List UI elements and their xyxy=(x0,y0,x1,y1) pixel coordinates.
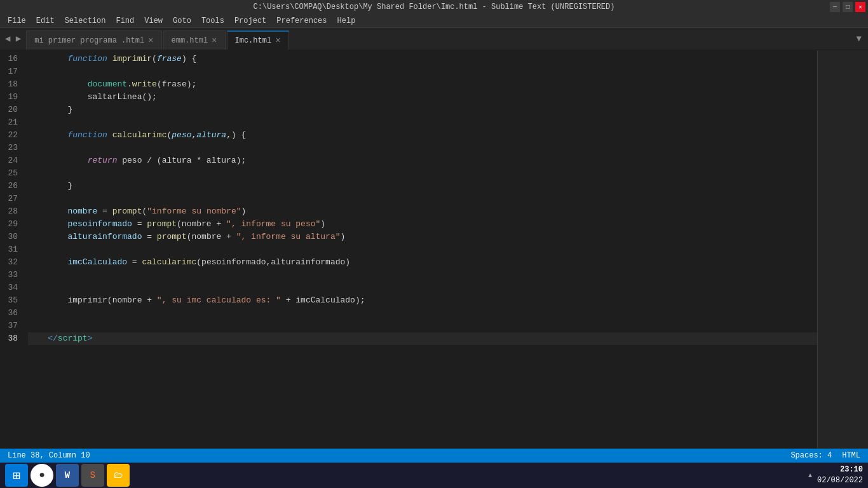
code-line-22: function calcularimc(peso,altura,) { xyxy=(28,129,817,142)
menu-item-selection[interactable]: Selection xyxy=(60,14,111,28)
title-bar: C:\Users\COMPAQ\Desktop\My Shared Folder… xyxy=(0,0,868,14)
token: = xyxy=(132,218,147,231)
code-line-38: </script> xyxy=(28,332,817,345)
code-line-27 xyxy=(28,193,817,205)
tab-2[interactable]: Imc.html× xyxy=(227,30,289,50)
token: function xyxy=(67,129,107,142)
token: ( xyxy=(142,205,147,218)
line-numbers: 1617181920212223242526272829303132333435… xyxy=(0,50,25,449)
line-number-22: 22 xyxy=(5,129,18,142)
token xyxy=(28,218,67,231)
menu-item-view[interactable]: View xyxy=(139,14,168,28)
menu-item-help[interactable]: Help xyxy=(332,14,361,28)
tab-scroll-right[interactable]: ▼ xyxy=(853,27,865,50)
token xyxy=(28,231,67,243)
line-number-18: 18 xyxy=(5,78,18,91)
code-line-32: imcCalculado = calcularimc(pesoinformado… xyxy=(28,256,817,269)
token xyxy=(28,154,88,167)
token: } xyxy=(28,180,72,193)
code-line-16: function imprimir(frase) { xyxy=(28,53,817,65)
token xyxy=(107,53,112,65)
token: . xyxy=(127,78,132,91)
line-number-21: 21 xyxy=(5,116,18,129)
menu-item-tools[interactable]: Tools xyxy=(196,14,229,28)
token: calcularimc xyxy=(112,129,167,142)
token: "informe su nombre" xyxy=(147,205,241,218)
line-number-33: 33 xyxy=(5,269,18,281)
menu-bar: FileEditSelectionFindViewGotoToolsProjec… xyxy=(0,14,868,28)
code-line-18: document.write(frase); xyxy=(28,78,817,91)
line-number-17: 17 xyxy=(5,65,18,78)
line-number-38: 38 xyxy=(5,332,18,345)
tab-close-button[interactable]: × xyxy=(212,36,217,46)
token: peso / (altura * altura); xyxy=(117,154,246,167)
token xyxy=(28,256,67,269)
token: ", informe su altura" xyxy=(236,231,341,243)
menu-item-preferences[interactable]: Preferences xyxy=(271,14,332,28)
close-button[interactable]: ✕ xyxy=(855,2,865,12)
tab-1[interactable]: emm.html× xyxy=(163,30,226,50)
tab-close-button[interactable]: × xyxy=(275,36,280,46)
token xyxy=(28,294,67,307)
menu-item-file[interactable]: File xyxy=(3,14,31,28)
token: pesoinformado xyxy=(67,218,132,231)
tab-nav-arrows[interactable]: ◀ ▶ xyxy=(0,27,26,50)
menu-item-project[interactable]: Project xyxy=(229,14,271,28)
token xyxy=(28,332,48,345)
token xyxy=(28,91,88,104)
token: = xyxy=(127,256,142,269)
line-number-24: 24 xyxy=(5,154,18,167)
minimap xyxy=(817,50,868,449)
code-line-24: return peso / (altura * altura); xyxy=(28,154,817,167)
tab-close-button[interactable]: × xyxy=(148,36,153,46)
code-line-23 xyxy=(28,142,817,154)
line-number-32: 32 xyxy=(5,256,18,269)
token: saltarLinea xyxy=(88,91,142,104)
minimize-button[interactable]: ─ xyxy=(830,2,840,12)
line-number-19: 19 xyxy=(5,91,18,104)
line-number-36: 36 xyxy=(5,307,18,320)
token: = xyxy=(142,231,156,243)
token xyxy=(28,53,67,65)
token: ,) { xyxy=(226,129,246,142)
token: ", su imc calculado es: " xyxy=(157,294,281,307)
token: prompt xyxy=(112,205,142,218)
code-line-26: } xyxy=(28,180,817,193)
code-line-28: nombre = prompt("informe su nombre") xyxy=(28,205,817,218)
token: (); xyxy=(142,91,156,104)
line-number-34: 34 xyxy=(5,281,18,294)
token: (frase); xyxy=(157,78,196,91)
token: ", informe su peso" xyxy=(226,218,320,231)
tab-0[interactable]: mi primer programa .html× xyxy=(26,30,161,50)
line-number-28: 28 xyxy=(5,205,18,218)
token: write xyxy=(132,78,157,91)
token: > xyxy=(88,332,93,345)
editor: 1617181920212223242526272829303132333435… xyxy=(0,50,868,449)
maximize-button[interactable]: □ xyxy=(843,2,853,12)
tab-label: emm.html xyxy=(172,36,208,45)
token: script xyxy=(58,332,88,345)
code-line-29: pesoinformado = prompt(nombre + ", infor… xyxy=(28,218,817,231)
code-area[interactable]: function imprimir(frase) { document.writ… xyxy=(25,50,817,449)
code-line-36 xyxy=(28,307,817,320)
menu-item-find[interactable]: Find xyxy=(111,14,139,28)
line-number-26: 26 xyxy=(5,180,18,193)
token: peso xyxy=(172,129,191,142)
window-title: C:\Users\COMPAQ\Desktop\My Shared Folder… xyxy=(5,3,863,11)
token: (nombre + xyxy=(107,294,157,307)
token: imprimir xyxy=(112,53,152,65)
token: calcularimc xyxy=(142,256,196,269)
token: ) xyxy=(241,205,247,218)
line-number-31: 31 xyxy=(5,243,18,256)
tab-label: mi primer programa .html xyxy=(34,36,144,45)
line-number-16: 16 xyxy=(5,53,18,65)
menu-item-goto[interactable]: Goto xyxy=(168,14,196,28)
token: (nombre + xyxy=(177,218,226,231)
token xyxy=(28,205,67,218)
token: prompt xyxy=(157,231,187,243)
token: ) xyxy=(341,231,346,243)
token: ) xyxy=(320,218,325,231)
menu-item-edit[interactable]: Edit xyxy=(31,14,60,28)
line-number-35: 35 xyxy=(5,294,18,307)
token: function xyxy=(67,53,107,65)
